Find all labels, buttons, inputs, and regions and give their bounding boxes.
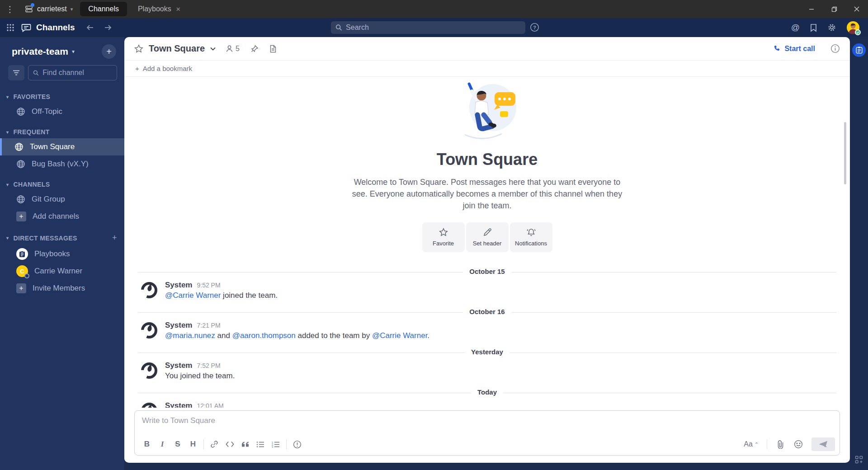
formatting-toggle-button[interactable]: Aa ⌃ xyxy=(741,440,761,448)
chevron-down-icon[interactable] xyxy=(210,47,216,51)
message-system-3[interactable]: System 7:52 PM You joined the team. xyxy=(131,357,844,385)
sidebar-item-playbooks-dm[interactable]: Playbooks xyxy=(0,245,124,263)
sidebar-item-invite-members[interactable]: + Invite Members xyxy=(0,280,124,297)
italic-button[interactable]: I xyxy=(155,437,170,451)
message-body: @maria.nunez and @aaron.thompson added t… xyxy=(165,331,429,340)
add-bookmark-button[interactable]: + Add a bookmark xyxy=(124,61,850,77)
app-menu-icon[interactable]: ⋮ xyxy=(0,4,20,14)
message-sender[interactable]: System xyxy=(165,281,192,290)
channel-info-icon[interactable] xyxy=(830,44,840,53)
svg-text:3: 3 xyxy=(272,446,273,448)
bold-button[interactable]: B xyxy=(139,437,155,451)
mention-link[interactable]: @Carrie Warner xyxy=(372,331,427,340)
date-label[interactable]: Yesterday xyxy=(465,348,509,356)
date-label[interactable]: October 16 xyxy=(463,308,511,315)
mentions-icon[interactable]: @ xyxy=(791,23,800,33)
strikethrough-button[interactable]: S xyxy=(170,437,185,451)
sidebar-item-off-topic[interactable]: Off-Topic xyxy=(0,103,124,120)
settings-gear-icon[interactable] xyxy=(827,23,836,32)
sidebar-item-carrie-warner[interactable]: C Carrie Warner xyxy=(0,263,124,280)
tab-playbooks[interactable]: Playbooks ✕ xyxy=(130,2,189,16)
search-icon xyxy=(33,70,39,76)
back-icon[interactable] xyxy=(84,22,96,33)
playbooks-avatar xyxy=(16,248,28,260)
message-sender[interactable]: System xyxy=(165,361,192,370)
favorite-button[interactable]: Favorite xyxy=(422,222,465,252)
code-button[interactable] xyxy=(222,437,237,451)
message-input[interactable]: Write to Town Square xyxy=(135,411,840,435)
category-channels[interactable]: ▾ CHANNELS xyxy=(0,173,124,191)
notifications-button[interactable]: Notifications xyxy=(510,222,552,252)
link-button[interactable] xyxy=(207,437,222,451)
user-avatar[interactable] xyxy=(846,21,860,34)
system-avatar xyxy=(140,401,159,408)
global-search[interactable] xyxy=(331,21,525,34)
category-favorites[interactable]: ▾ FAVORITES xyxy=(0,85,124,103)
sidebar-item-git-group[interactable]: Git Group xyxy=(0,191,124,208)
divider xyxy=(767,439,767,449)
message-system-2[interactable]: System 7:21 PM @maria.nunez and @aaron.t… xyxy=(131,317,844,344)
message-sender[interactable]: System xyxy=(165,321,192,330)
sidebar-item-town-square[interactable]: Town Square xyxy=(0,138,124,155)
numbered-list-button[interactable]: 123 xyxy=(268,437,283,451)
set-header-button[interactable]: Set header xyxy=(466,222,509,252)
forward-icon[interactable] xyxy=(102,22,114,33)
product-switcher-icon[interactable] xyxy=(0,24,21,32)
message-system-1[interactable]: System 9:52 PM @Carrie Warner joined the… xyxy=(131,277,844,304)
dm-label: Carrie Warner xyxy=(34,267,82,276)
filter-icon[interactable] xyxy=(8,65,24,80)
category-direct-messages[interactable]: ▾ DIRECT MESSAGES + xyxy=(0,225,124,245)
date-label[interactable]: October 15 xyxy=(463,268,511,275)
channel-name[interactable]: Town Square xyxy=(149,43,205,54)
favorite-star-icon[interactable] xyxy=(134,44,143,53)
find-channel-box[interactable] xyxy=(28,65,117,80)
playbooks-app-icon[interactable] xyxy=(852,43,866,57)
message-text: You joined the team. xyxy=(165,371,235,380)
sidebar-item-bug-bash[interactable]: Bug Bash (vX.Y) xyxy=(0,155,124,173)
close-tab-icon[interactable]: ✕ xyxy=(176,6,181,13)
pencil-icon xyxy=(483,228,492,237)
channel-files-icon[interactable] xyxy=(269,45,277,53)
close-button[interactable] xyxy=(845,0,868,18)
server-selector[interactable]: carrietest ▾ xyxy=(20,0,80,18)
message-sender[interactable]: System xyxy=(165,401,192,408)
scrollbar[interactable] xyxy=(844,122,846,184)
search-input[interactable] xyxy=(346,24,521,32)
server-icon xyxy=(24,5,33,14)
start-call-button[interactable]: Start call xyxy=(774,45,815,53)
notifications-button-label: Notifications xyxy=(515,240,547,247)
date-label[interactable]: Today xyxy=(471,388,503,396)
tab-playbooks-label: Playbooks xyxy=(138,5,171,13)
app-bar xyxy=(850,37,868,470)
sidebar-item-add-channels[interactable]: + Add channels xyxy=(0,208,124,225)
bulleted-list-button[interactable] xyxy=(253,437,268,451)
chevron-down-icon: ▾ xyxy=(71,6,73,12)
message-priority-button[interactable] xyxy=(289,437,305,451)
mention-link[interactable]: @Carrie Warner xyxy=(165,291,221,300)
mention-link[interactable]: @maria.nunez xyxy=(165,331,215,340)
send-button[interactable] xyxy=(811,437,835,451)
mention-link[interactable]: @aaron.thompson xyxy=(232,331,296,340)
minimize-button[interactable] xyxy=(800,0,823,18)
team-name[interactable]: private-team xyxy=(12,46,68,57)
formatting-toggle-label: Aa xyxy=(744,440,753,448)
message-text: joined the team. xyxy=(221,291,278,300)
help-icon[interactable]: ? xyxy=(530,23,539,32)
category-frequent[interactable]: ▾ FREQUENT xyxy=(0,120,124,138)
add-channel-plus-button[interactable]: + xyxy=(102,44,116,59)
saved-posts-icon[interactable] xyxy=(810,24,817,32)
heading-button[interactable]: H xyxy=(185,437,201,451)
add-dm-plus-icon[interactable]: + xyxy=(112,233,117,243)
tab-channels[interactable]: Channels xyxy=(80,2,127,16)
restore-button[interactable] xyxy=(823,0,845,18)
emoji-picker-button[interactable] xyxy=(791,437,806,451)
pinned-posts-icon[interactable] xyxy=(250,45,259,53)
message-system-4[interactable]: System 12:01 AM @Playbooks joined the te… xyxy=(131,397,844,408)
quote-button[interactable] xyxy=(237,437,253,451)
attachment-button[interactable] xyxy=(773,437,788,451)
team-header: private-team ▾ + xyxy=(0,37,124,63)
find-channel-input[interactable] xyxy=(42,69,112,77)
channel-label: Off-Topic xyxy=(32,107,62,116)
members-button[interactable]: 5 xyxy=(226,45,240,53)
app-switcher-icon[interactable] xyxy=(855,456,863,464)
